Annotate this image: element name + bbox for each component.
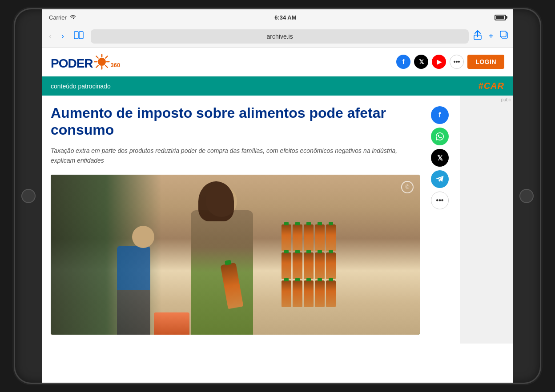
website: PODER bbox=[42, 48, 513, 344]
ad-sidebar: publi bbox=[460, 96, 513, 344]
bottle bbox=[282, 280, 291, 307]
svg-line-10 bbox=[96, 56, 98, 58]
youtube-header-icon[interactable]: ▶ bbox=[432, 55, 446, 69]
bottle-row-2 bbox=[282, 252, 418, 279]
bottle bbox=[304, 280, 314, 307]
youtube-play-icon: ▶ bbox=[437, 58, 442, 65]
article-container: Aumento de imposto sobre alimentos pode … bbox=[42, 96, 460, 344]
battery-icon bbox=[495, 15, 506, 20]
share-sidebar: f 𝕏 • bbox=[429, 104, 451, 335]
share-button[interactable] bbox=[473, 30, 482, 42]
bottle-row-3 bbox=[282, 280, 418, 307]
toolbar-actions: + bbox=[473, 30, 509, 42]
man-figure bbox=[117, 246, 150, 335]
content-area[interactable]: PODER bbox=[42, 48, 513, 383]
url-bar[interactable]: archive.is bbox=[91, 29, 469, 44]
ad-label: publi bbox=[460, 96, 513, 104]
article-subtitle: Taxação extra em parte dos produtos redu… bbox=[51, 146, 420, 166]
bottle bbox=[315, 224, 325, 251]
bottle-row-1 bbox=[282, 224, 418, 251]
share-telegram-button[interactable] bbox=[431, 170, 449, 188]
article-title: Aumento de imposto sobre alimentos pode … bbox=[51, 104, 420, 139]
sponsored-text: conteúdo patrocinado bbox=[51, 83, 111, 90]
back-button[interactable]: ‹ bbox=[46, 30, 54, 43]
bottle bbox=[315, 280, 325, 307]
bottle bbox=[315, 252, 325, 279]
status-left: Carrier bbox=[49, 14, 76, 21]
article-body-row: Aumento de imposto sobre alimentos pode … bbox=[42, 96, 513, 344]
article-image: © bbox=[51, 175, 420, 335]
bottle bbox=[326, 224, 336, 251]
logo-area: PODER bbox=[51, 53, 120, 71]
share-facebook-button[interactable]: f bbox=[431, 106, 449, 124]
svg-line-11 bbox=[105, 65, 108, 68]
bottle bbox=[282, 252, 291, 279]
bookmarks-button[interactable] bbox=[71, 29, 86, 43]
bottle bbox=[293, 224, 302, 251]
site-header: PODER bbox=[42, 48, 513, 76]
wifi-icon bbox=[69, 14, 76, 21]
bottle bbox=[304, 224, 314, 251]
sponsored-tag: #CAR bbox=[479, 81, 504, 91]
facebook-header-icon[interactable]: f bbox=[396, 55, 410, 69]
status-bar: Carrier 6:34 AM bbox=[42, 9, 513, 25]
bottle bbox=[293, 252, 302, 279]
copyright-badge: © bbox=[401, 181, 414, 193]
share-whatsapp-button[interactable] bbox=[431, 128, 449, 145]
svg-rect-1 bbox=[79, 32, 83, 39]
bottle bbox=[304, 252, 314, 279]
login-button[interactable]: LOGIN bbox=[467, 55, 504, 69]
status-time: 6:34 AM bbox=[274, 14, 296, 21]
add-tab-button[interactable]: + bbox=[488, 31, 494, 41]
bottle bbox=[293, 280, 302, 307]
bottle bbox=[326, 252, 336, 279]
logo-sun-icon bbox=[93, 53, 111, 71]
woman-hair bbox=[198, 181, 234, 221]
svg-line-13 bbox=[96, 65, 98, 68]
share-more-button[interactable]: ••• bbox=[431, 192, 449, 209]
svg-rect-0 bbox=[74, 32, 78, 39]
home-button-right[interactable] bbox=[519, 189, 534, 203]
home-button-left[interactable] bbox=[21, 189, 36, 203]
bottle bbox=[282, 224, 291, 251]
article-main: Aumento de imposto sobre alimentos pode … bbox=[51, 104, 429, 335]
svg-point-5 bbox=[97, 58, 105, 66]
tabs-button[interactable] bbox=[500, 31, 509, 42]
logo-number: 360 bbox=[111, 62, 121, 68]
twitter-header-icon[interactable]: 𝕏 bbox=[414, 55, 428, 69]
header-actions: f 𝕏 ▶ ••• LOGIN bbox=[396, 55, 504, 69]
share-twitter-button[interactable]: 𝕏 bbox=[431, 149, 449, 167]
more-header-icon[interactable]: ••• bbox=[450, 55, 464, 69]
svg-line-12 bbox=[105, 56, 108, 58]
logo-text: PODER bbox=[51, 53, 111, 71]
bottle bbox=[326, 280, 336, 307]
status-right bbox=[495, 15, 506, 20]
man-head bbox=[132, 226, 154, 248]
bottles-area bbox=[280, 223, 420, 335]
browser-toolbar: ‹ › archive.is + bbox=[42, 25, 513, 48]
tablet-screen: Carrier 6:34 AM ‹ › bbox=[42, 9, 513, 383]
basket-area bbox=[154, 312, 189, 335]
carrier-label: Carrier bbox=[49, 14, 67, 21]
sponsored-banner: conteúdo patrocinado #CAR bbox=[42, 76, 513, 96]
svg-rect-4 bbox=[500, 31, 506, 37]
tablet-frame: Carrier 6:34 AM ‹ › bbox=[15, 9, 540, 383]
forward-button[interactable]: › bbox=[59, 30, 67, 43]
